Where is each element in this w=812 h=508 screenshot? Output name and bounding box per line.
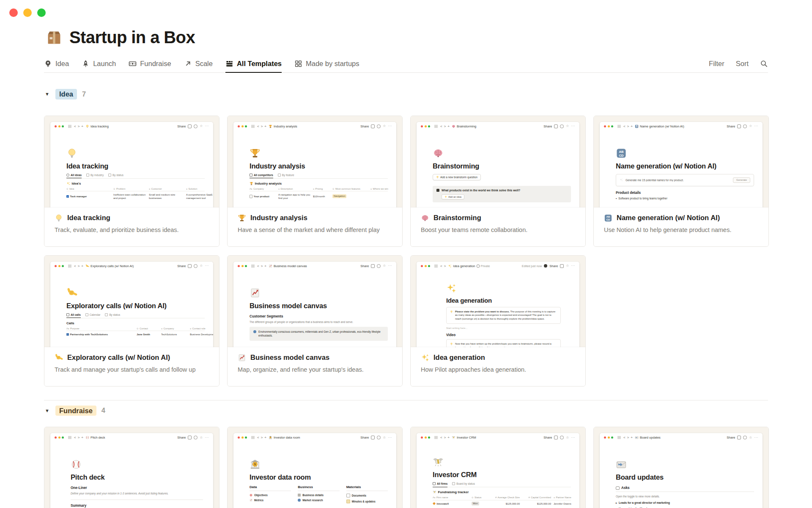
- share-label: Share: [727, 436, 735, 439]
- tag-navigation: Navigation: [332, 194, 346, 198]
- new-page-icon: +: [447, 436, 450, 439]
- search-icon[interactable]: [760, 60, 768, 68]
- memo-icon: [346, 500, 350, 503]
- zoom-window-icon[interactable]: [37, 8, 46, 17]
- window-controls: [9, 8, 46, 17]
- mini-table-header: AaCompany ≡Description ≡Pricing ⊙Most co…: [250, 188, 388, 192]
- collapse-caret-icon[interactable]: ▼: [44, 91, 50, 97]
- mini-traffic-lights: [238, 436, 247, 439]
- star-icon: ☆: [566, 264, 569, 268]
- tab-scale[interactable]: Scale: [184, 55, 213, 72]
- sparkles-emoji-icon: [421, 353, 429, 362]
- mini-toolbar: < > + Investor CRM Share ☆ ···: [417, 433, 579, 442]
- star-icon: ☆: [383, 436, 386, 439]
- speech-bubble-icon: [616, 486, 620, 490]
- mini-subtext: The different groups of people or organi…: [250, 320, 388, 324]
- template-card-name-generation[interactable]: < > + Name generation (w/ Notion AI) Sha…: [593, 116, 769, 247]
- mini-traffic-lights: [421, 265, 430, 267]
- clock-icon: [194, 436, 198, 439]
- share-label: Share: [543, 124, 552, 128]
- close-window-icon[interactable]: [9, 8, 18, 17]
- target-icon: [250, 494, 252, 497]
- share-label: Share: [177, 124, 186, 128]
- mini-db-title: Fundraising tracker: [433, 490, 571, 494]
- tab-all-templates[interactable]: All Templates: [225, 55, 282, 73]
- comment-icon: [737, 124, 741, 128]
- filter-button[interactable]: Filter: [709, 60, 724, 68]
- tab-idea[interactable]: Idea: [44, 55, 69, 72]
- lightbulb-emoji-icon: [55, 214, 63, 222]
- menu-icon: [434, 437, 438, 438]
- share-label: Share: [360, 264, 369, 268]
- template-thumbnail: < > + Name generation (w/ Notion AI) Sha…: [594, 116, 768, 207]
- incoming-envelope-emoji-icon: [616, 459, 627, 470]
- section-badge[interactable]: Fundraise: [55, 406, 96, 416]
- template-card-industry-analysis[interactable]: < > + Industry analysis Share ☆ ···: [227, 116, 403, 247]
- back-icon: <: [257, 124, 259, 128]
- mini-toolbar: < > + Pitch deck Share ☆ ···: [50, 433, 213, 442]
- template-card-brainstorming[interactable]: < > + Brainstorming Share ☆ ···: [410, 116, 586, 247]
- sparkles-emoji-icon: [66, 182, 70, 185]
- clock-icon: [377, 436, 381, 439]
- mini-toolbar: < > + Industry analysis Share ☆ ···: [233, 122, 396, 131]
- template-card-exploratory-calls[interactable]: < > + Exploratory calls (w/ Notion AI) S…: [44, 255, 219, 387]
- more-icon: ···: [205, 436, 209, 439]
- collapse-caret-icon[interactable]: ▼: [44, 408, 50, 413]
- template-card-business-model-canvas[interactable]: < > + Business model canvas Share ☆ ···: [227, 255, 403, 387]
- mini-page-title: Brainstorming: [433, 162, 571, 170]
- mini-table-header: AaFirm name ⊙Status #Average Check Size …: [433, 496, 571, 500]
- template-thumbnail: < > + Investor CRM Share ☆ ···: [411, 427, 585, 508]
- new-page-icon: +: [264, 264, 266, 268]
- back-icon: <: [440, 124, 442, 128]
- share-label: Share: [549, 264, 558, 268]
- sort-button[interactable]: Sort: [736, 60, 749, 68]
- mini-subtext: Define your company and your mission in …: [71, 491, 203, 495]
- minimize-window-icon[interactable]: [23, 8, 32, 17]
- clock-icon: [194, 264, 198, 268]
- template-grid: < > + Idea tracking Share ☆ ···: [44, 116, 768, 387]
- template-card-idea-generation[interactable]: < > Idea generation Private Edited just …: [410, 255, 586, 387]
- mini-traffic-lights: [55, 265, 64, 267]
- tab-fundraise[interactable]: Fundraise: [129, 55, 171, 72]
- mini-callout: Now that you have written up the problem…: [446, 339, 561, 347]
- mini-page-title: Board updates: [616, 473, 754, 481]
- lightbulb-emoji-icon: [436, 176, 439, 179]
- mini-window: < > + Exploratory calls (w/ Notion AI) S…: [50, 262, 213, 347]
- mini-window: < > + Board updates Share ☆ ···: [600, 433, 763, 508]
- template-card-board-updates[interactable]: < > + Board updates Share ☆ ···: [593, 427, 769, 508]
- tab-label: All Templates: [237, 60, 282, 68]
- template-card-pitch-deck[interactable]: < > + Pitch deck Share ☆ ···: [44, 427, 219, 508]
- template-card-investor-crm[interactable]: < > + Investor CRM Share ☆ ···: [410, 427, 586, 508]
- template-card-investor-data-room[interactable]: < > + Investor data room Share ☆ ···: [227, 427, 403, 508]
- card-description: Have a sense of the market and where dif…: [238, 226, 392, 233]
- tab-made-by-startups[interactable]: Made by startups: [294, 55, 359, 72]
- section-badge[interactable]: Idea: [55, 89, 77, 99]
- template-thumbnail: < > + Exploratory calls (w/ Notion AI) S…: [44, 256, 219, 347]
- mini-window: < > + Business model canvas Share ☆ ···: [233, 262, 396, 347]
- mini-toolbar: < > + Name generation (w/ Notion AI) Sha…: [600, 122, 763, 131]
- mini-db-title: Idea's: [66, 182, 205, 185]
- mini-page-title: Investor data room: [250, 473, 388, 481]
- globe-icon: [298, 499, 301, 502]
- mini-window-title: Brainstorming: [457, 124, 476, 128]
- mini-callout: Environmentally conscious consumers, mil…: [250, 327, 388, 341]
- money-with-wings-emoji-icon: [433, 490, 436, 494]
- section-header-idea: ▼ Idea 7: [44, 89, 768, 99]
- share-label: Share: [177, 264, 186, 268]
- call-me-hand-emoji-icon: [85, 264, 89, 268]
- menu-icon: [251, 126, 255, 127]
- mini-view-tabs: All firms Board by status: [433, 482, 571, 487]
- section-count: 4: [102, 406, 105, 414]
- card-footer: Idea generation How Pilot approaches ide…: [411, 347, 585, 386]
- template-card-idea-tracking[interactable]: < > + Idea tracking Share ☆ ···: [44, 116, 219, 247]
- mini-page-title: Industry analysis: [250, 162, 388, 170]
- tab-label: Made by startups: [306, 60, 359, 68]
- edited-label: Edited just now: [522, 265, 542, 268]
- back-icon: <: [74, 436, 76, 439]
- tab-launch[interactable]: Launch: [82, 55, 116, 72]
- mini-toggle: ▸Leads for a great director of marketing: [616, 501, 754, 504]
- clock-icon: [377, 264, 381, 268]
- new-page-icon: +: [264, 436, 266, 439]
- comment-icon: [371, 124, 375, 128]
- divider: [71, 500, 203, 500]
